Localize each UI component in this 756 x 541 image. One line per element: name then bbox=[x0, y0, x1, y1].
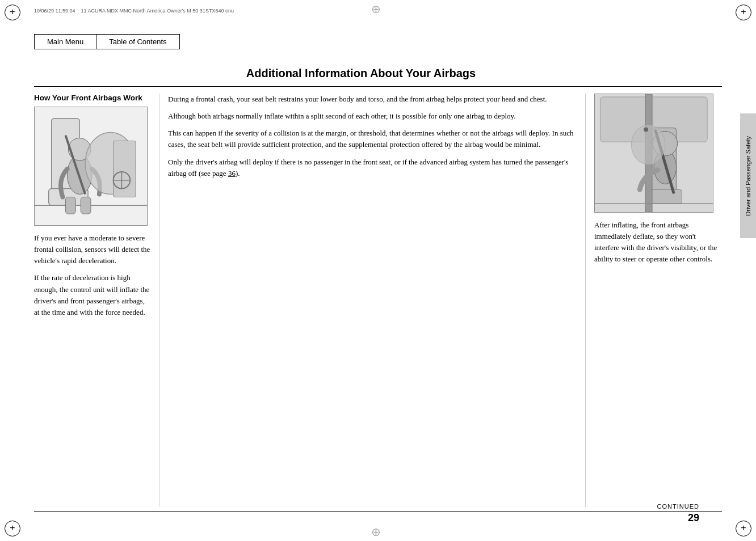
bottom-rule bbox=[34, 511, 722, 512]
page-title: Additional Information About Your Airbag… bbox=[0, 67, 722, 80]
right-para1: After inflating, the front airbags immed… bbox=[594, 219, 722, 265]
col-right: After inflating, the front airbags immed… bbox=[586, 94, 722, 507]
svg-rect-11 bbox=[81, 197, 91, 214]
toc-button[interactable]: Table of Contents bbox=[96, 34, 179, 49]
col-middle: During a frontal crash, your seat belt r… bbox=[159, 94, 586, 507]
mid-para3: This can happen if the severity of a col… bbox=[168, 128, 577, 150]
side-tab: Driver and Passenger Safety bbox=[740, 113, 756, 238]
svg-rect-10 bbox=[65, 197, 75, 214]
svg-rect-16 bbox=[648, 189, 682, 204]
right-illustration bbox=[594, 94, 713, 213]
mid-para4: Only the driver's airbag will deploy if … bbox=[168, 157, 577, 179]
reg-mark-tr bbox=[736, 5, 751, 20]
section-heading: How Your Front Airbags Work bbox=[34, 94, 150, 102]
reg-mark-br bbox=[736, 521, 751, 536]
center-mark-bottom bbox=[371, 525, 385, 539]
mid-para1: During a frontal crash, your seat belt r… bbox=[168, 94, 577, 105]
reg-mark-tl bbox=[5, 5, 20, 20]
mid-para2: Although both airbags normally inflate w… bbox=[168, 111, 577, 122]
left-para1: If you ever have a moderate to severe fr… bbox=[34, 233, 150, 267]
left-para2: If the rate of deceleration is high enou… bbox=[34, 272, 150, 318]
page-ref-link[interactable]: 36 bbox=[228, 169, 236, 177]
side-tab-text: Driver and Passenger Safety bbox=[745, 136, 751, 216]
main-menu-button[interactable]: Main Menu bbox=[34, 34, 96, 49]
title-rule bbox=[34, 86, 722, 87]
content-area: How Your Front Airbags Work bbox=[34, 94, 722, 507]
continued-label: CONTINUED bbox=[657, 503, 699, 510]
col-left: How Your Front Airbags Work bbox=[34, 94, 159, 507]
svg-point-21 bbox=[644, 127, 648, 132]
nav-bar: Main Menu Table of Contents bbox=[34, 34, 180, 49]
page-number: 29 bbox=[688, 512, 699, 524]
airbag-illustration bbox=[34, 107, 148, 226]
svg-point-20 bbox=[631, 125, 665, 164]
reg-mark-bl bbox=[5, 521, 20, 536]
meta-line: 10/06/29 11:59:04 11 ACURA MDX MMC North… bbox=[34, 8, 722, 14]
